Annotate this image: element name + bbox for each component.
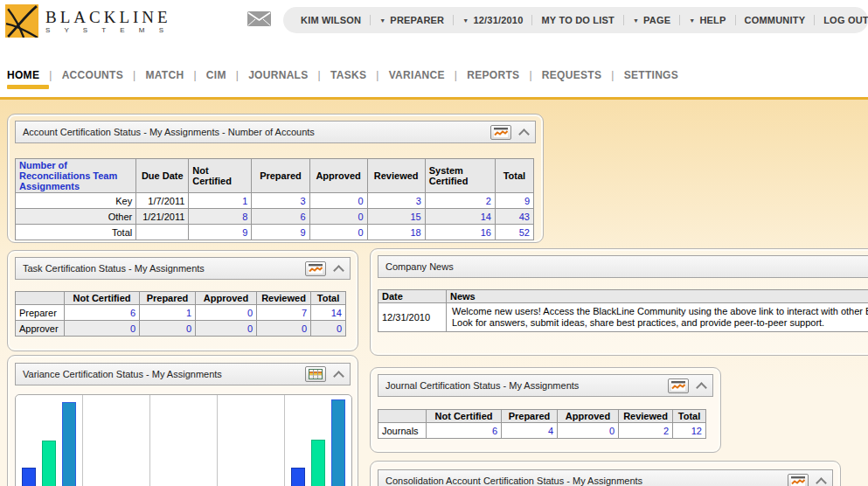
tab-variance[interactable]: VARIANCE — [366, 69, 445, 81]
column-header-approved: Approved — [196, 292, 257, 305]
count-link[interactable]: 0 — [558, 423, 619, 439]
messages-envelope-icon[interactable] — [247, 11, 271, 30]
dashboard-content: Account Certification Status - My Assign… — [0, 100, 868, 486]
menu-item-log-out[interactable]: LOG OUT — [814, 15, 868, 25]
table-header-row: Date News — [378, 290, 868, 303]
menu-item-help[interactable]: ▼HELP — [679, 15, 726, 25]
table-header-row: Not Certified Prepared Approved Reviewed… — [378, 410, 706, 423]
count-link[interactable]: 2 — [425, 193, 495, 209]
column-header-reconciliations-link[interactable]: Number of Reconciliations Team Assignmen… — [16, 159, 136, 193]
count-link[interactable]: 0 — [309, 225, 367, 240]
tab-home[interactable]: HOME — [7, 69, 39, 81]
column-header-total: Total — [495, 159, 533, 193]
column-header-date: Date — [378, 290, 447, 303]
collapse-icon[interactable] — [816, 477, 827, 486]
panel-header-journal[interactable]: Journal Certification Status - My Assign… — [378, 374, 713, 397]
menu-item-user[interactable]: KIM WILSON — [301, 15, 361, 25]
panel-variance-certification: Variance Certification Status - My Assig… — [7, 355, 358, 486]
count-link[interactable]: 14 — [311, 305, 346, 321]
count-link[interactable]: 0 — [65, 321, 140, 337]
count-link[interactable]: 4 — [502, 423, 558, 439]
due-date-cell: 1/21/2011 — [136, 209, 189, 225]
row-label: Key — [16, 193, 136, 209]
collapse-icon[interactable] — [696, 382, 707, 393]
column-header-prepared: Prepared — [140, 292, 196, 305]
table-row-journals: Journals 6 4 0 2 12 — [378, 423, 706, 439]
chevron-down-icon: ▼ — [633, 17, 639, 24]
count-link[interactable]: 9 — [252, 225, 309, 240]
count-link[interactable]: 14 — [425, 209, 495, 225]
menu-item-community[interactable]: COMMUNITY — [735, 15, 806, 25]
task-status-table: Not Certified Prepared Approved Reviewed… — [15, 291, 346, 337]
count-link[interactable]: 0 — [196, 305, 257, 321]
tab-match[interactable]: MATCH — [123, 69, 184, 81]
collapse-icon[interactable] — [333, 371, 344, 382]
news-text: Welcome new users! Access the BlackLine … — [447, 303, 868, 332]
count-link[interactable]: 0 — [309, 209, 367, 225]
collapse-icon[interactable] — [518, 128, 530, 140]
count-link[interactable]: 1 — [189, 193, 252, 209]
count-link[interactable]: 12 — [673, 423, 706, 439]
panel-title: Task Certification Status - My Assignmen… — [23, 263, 305, 274]
chart-bar — [331, 399, 345, 486]
table-view-icon[interactable] — [305, 366, 326, 382]
count-link[interactable]: 18 — [367, 225, 425, 240]
count-link[interactable]: 8 — [189, 209, 252, 225]
count-link[interactable]: 3 — [252, 193, 309, 209]
table-header-row: Number of Reconciliations Team Assignmen… — [16, 159, 534, 193]
tab-journals[interactable]: JOURNALS — [226, 69, 309, 81]
main-nav: HOME ACCOUNTS MATCH CIM JOURNALS TASKS V… — [7, 69, 678, 81]
column-header-prepared: Prepared — [252, 159, 309, 193]
count-link[interactable]: 0 — [309, 193, 367, 209]
count-link[interactable]: 7 — [257, 305, 311, 321]
row-label: Journals — [378, 423, 427, 439]
count-link[interactable]: 15 — [367, 209, 425, 225]
chart-view-icon[interactable] — [788, 474, 809, 486]
chart-view-icon[interactable] — [668, 378, 689, 393]
count-link[interactable]: 6 — [427, 423, 502, 439]
column-header-approved: Approved — [309, 159, 367, 193]
count-link[interactable]: 0 — [140, 321, 196, 337]
tab-tasks[interactable]: TASKS — [309, 69, 367, 81]
tab-settings[interactable]: SETTINGS — [601, 69, 678, 81]
menu-item-period[interactable]: ▼12/31/2010 — [453, 15, 523, 25]
tab-cim[interactable]: CIM — [184, 69, 226, 81]
journal-status-table: Not Certified Prepared Approved Reviewed… — [378, 409, 706, 439]
menu-item-my-to-do-list[interactable]: MY TO DO LIST — [531, 15, 614, 25]
count-link[interactable]: 1 — [140, 305, 196, 321]
panel-title: Variance Certification Status - My Assig… — [23, 369, 305, 379]
column-header-blank — [16, 292, 65, 305]
chart-group — [82, 395, 149, 486]
panel-header-account[interactable]: Account Certification Status - My Assign… — [15, 121, 536, 143]
chart-view-icon[interactable] — [490, 125, 511, 140]
panel-header-variance[interactable]: Variance Certification Status - My Assig… — [15, 363, 351, 385]
count-link[interactable]: 0 — [257, 321, 311, 337]
column-header-not-certified: Not Certified — [189, 159, 252, 193]
count-link[interactable]: 43 — [495, 209, 533, 225]
chart-view-icon[interactable] — [305, 261, 326, 276]
tab-requests[interactable]: REQUESTS — [519, 69, 601, 81]
tab-accounts[interactable]: ACCOUNTS — [39, 69, 123, 81]
panel-header-news[interactable]: Company News — [378, 255, 868, 278]
column-header-reviewed: Reviewed — [367, 159, 425, 193]
count-link[interactable]: 2 — [619, 423, 673, 439]
menu-item-role[interactable]: ▼PREPARER — [370, 15, 444, 25]
menu-item-page[interactable]: ▼PAGE — [623, 15, 670, 25]
count-link[interactable]: 9 — [189, 225, 252, 240]
panel-header-task[interactable]: Task Certification Status - My Assignmen… — [15, 257, 351, 280]
count-link[interactable]: 6 — [252, 209, 309, 225]
chart-bar — [311, 440, 325, 486]
count-link[interactable]: 16 — [425, 225, 495, 240]
panel-header-consolidation[interactable]: Consolidation Account Certification Stat… — [378, 469, 833, 486]
tab-reports[interactable]: REPORTS — [445, 69, 520, 81]
count-link[interactable]: 52 — [495, 225, 533, 240]
count-link[interactable]: 0 — [311, 321, 346, 337]
panel-title: Consolidation Account Certification Stat… — [385, 476, 788, 486]
collapse-icon[interactable] — [333, 265, 344, 276]
count-link[interactable]: 6 — [65, 305, 140, 321]
count-link[interactable]: 0 — [196, 321, 257, 337]
count-link[interactable]: 3 — [367, 193, 425, 209]
count-link[interactable]: 9 — [495, 193, 533, 209]
news-row: 12/31/2010 Welcome new users! Access the… — [378, 303, 868, 332]
table-row-approver: Approver 0 0 0 0 0 — [16, 321, 346, 337]
